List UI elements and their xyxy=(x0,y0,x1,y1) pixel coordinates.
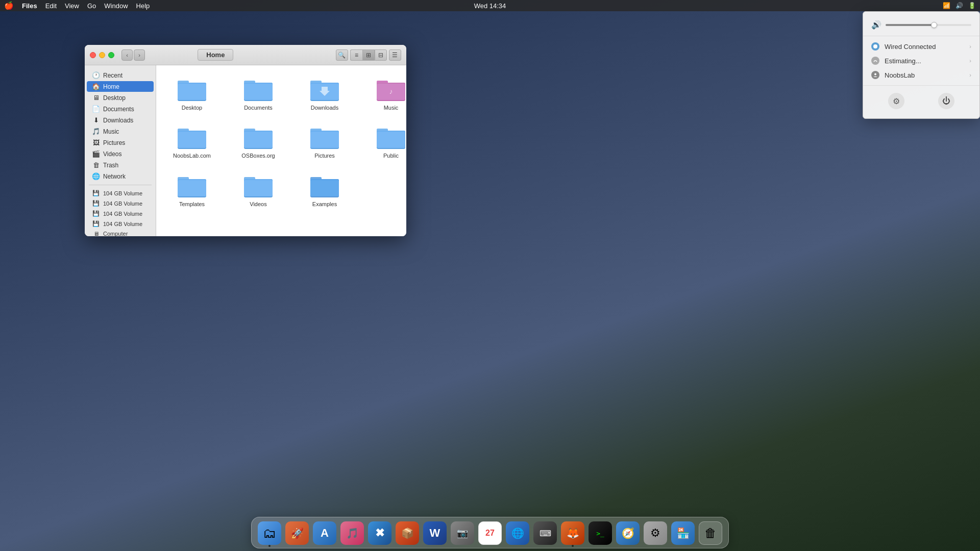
menu-item-wired[interactable]: Wired Connected › xyxy=(863,39,979,54)
dock-item-terminal[interactable]: >_ xyxy=(587,520,613,546)
volume-icon: 🔊 xyxy=(871,20,881,30)
trash-icon: 🗑 xyxy=(699,521,722,545)
apple-menu[interactable]: 🍎 xyxy=(4,1,14,10)
sidebar-item-documents[interactable]: 📄 Documents xyxy=(87,104,154,114)
close-button[interactable] xyxy=(90,52,96,58)
dock-item-itunes[interactable]: 🎵 xyxy=(339,520,365,546)
sidebar-item-vol1[interactable]: 💾 104 GB Volume xyxy=(87,188,154,198)
dock-item-typinator[interactable]: ⌨ xyxy=(532,520,558,546)
dock-item-parcels[interactable]: 📦 xyxy=(395,520,420,546)
wired-icon xyxy=(871,42,879,51)
file-item-documents[interactable]: Documents xyxy=(233,76,284,113)
documents-icon: 📄 xyxy=(92,105,100,113)
file-item-desktop[interactable]: Desktop xyxy=(166,76,217,113)
back-button[interactable]: ‹ xyxy=(121,49,133,61)
sidebar-item-music[interactable]: 🎵 Music xyxy=(87,126,154,137)
file-label: OSBoxes.org xyxy=(241,152,275,159)
sidebar-item-vol4[interactable]: 💾 104 GB Volume xyxy=(87,219,154,229)
menu-view[interactable]: View xyxy=(65,2,79,10)
calendar-icon: 27 xyxy=(478,521,502,545)
folder-icon-noobslab xyxy=(178,126,206,150)
menu-item-noobslab[interactable]: NoobsLab › xyxy=(863,68,979,82)
dock-item-calendar[interactable]: 27 xyxy=(477,520,503,546)
firefox-icon: 🦊 xyxy=(561,521,584,545)
file-item-noobslab[interactable]: NoobsLab.com xyxy=(166,123,217,161)
action-button[interactable]: ☰ xyxy=(389,49,401,61)
dock-item-word[interactable]: W xyxy=(422,520,448,546)
menu-edit[interactable]: Edit xyxy=(45,2,57,10)
svg-rect-3 xyxy=(178,84,206,100)
sidebar-item-label: Pictures xyxy=(103,139,125,146)
finder-icon: 🗂 xyxy=(258,521,281,545)
file-label: Examples xyxy=(312,201,337,208)
file-item-osboxes[interactable]: OSBoxes.org xyxy=(233,123,284,161)
dock-item-sysprefs[interactable]: ⚙ xyxy=(643,520,668,546)
app-name[interactable]: Files xyxy=(22,2,37,10)
arrange-button[interactable]: ⊟ xyxy=(375,49,387,61)
dock-item-finder[interactable]: 🗂 xyxy=(257,520,282,546)
trash-icon: 🗑 xyxy=(92,161,100,169)
sidebar-item-label: Desktop xyxy=(103,94,126,102)
vol2-icon: 💾 xyxy=(92,200,100,207)
computer-icon: 🖥 xyxy=(92,231,100,236)
estimating-label: Estimating... xyxy=(885,57,921,65)
list-view-button[interactable]: ≡ xyxy=(350,49,362,61)
dock-item-trash[interactable]: 🗑 xyxy=(698,520,723,546)
dock-item-store[interactable]: 🏪 xyxy=(670,520,696,546)
menubar-wifi-icon[interactable]: 📶 xyxy=(943,2,950,9)
sidebar-item-label: 104 GB Volume xyxy=(103,211,142,217)
menu-window[interactable]: Window xyxy=(104,2,128,10)
search-button[interactable]: 🔍 xyxy=(336,49,348,61)
file-item-public[interactable]: Public xyxy=(365,123,406,161)
file-item-music[interactable]: ♪ Music xyxy=(365,76,406,113)
forward-button[interactable]: › xyxy=(134,49,145,61)
file-label: NoobsLab.com xyxy=(173,152,211,159)
dock-item-safari[interactable]: 🧭 xyxy=(615,520,641,546)
folder-icon-pictures xyxy=(310,126,339,150)
file-item-pictures[interactable]: Pictures xyxy=(299,123,350,161)
sidebar-item-pictures[interactable]: 🖼 Pictures xyxy=(87,137,154,148)
dock-item-perian[interactable]: ✖ xyxy=(367,520,393,546)
sidebar-item-downloads[interactable]: ⬇ Downloads xyxy=(87,115,154,126)
sidebar-item-recent[interactable]: 🕐 Recent xyxy=(87,70,154,81)
folder-icon-osboxes xyxy=(244,126,273,150)
dock-item-photos[interactable]: 📷 xyxy=(450,520,475,546)
minimize-button[interactable] xyxy=(99,52,105,58)
grid-view-button[interactable]: ⊞ xyxy=(362,49,375,61)
menu-help[interactable]: Help xyxy=(136,2,150,10)
dock-item-ie[interactable]: 🌐 xyxy=(505,520,530,546)
svg-rect-29 xyxy=(310,132,339,148)
sidebar-item-computer[interactable]: 🖥 Computer xyxy=(87,229,154,236)
itunes-icon: 🎵 xyxy=(340,521,364,545)
dock-item-launchpad[interactable]: 🚀 xyxy=(284,520,310,546)
file-label: Downloads xyxy=(311,104,338,111)
dock-item-firefox[interactable]: 🦊 xyxy=(560,520,585,546)
volume-slider[interactable] xyxy=(886,24,971,26)
menubar-volume-icon[interactable]: 🔊 xyxy=(955,2,963,9)
file-item-templates[interactable]: Templates xyxy=(166,172,217,210)
sidebar-item-network[interactable]: 🌐 Network xyxy=(87,171,154,182)
wired-label: Wired Connected xyxy=(885,43,936,51)
vol3-icon: 💾 xyxy=(92,210,100,217)
finder-window: ‹ › Home 🔍 ≡ ⊞ ⊟ ☰ 🕐 Recent xyxy=(85,45,406,236)
launchpad-icon: 🚀 xyxy=(285,521,309,545)
file-item-downloads[interactable]: Downloads xyxy=(299,76,350,113)
sidebar-item-home[interactable]: 🏠 Home xyxy=(87,81,154,92)
menu-item-estimating[interactable]: Estimating... › xyxy=(863,54,979,68)
sidebar-item-desktop[interactable]: 🖥 Desktop xyxy=(87,92,154,103)
maximize-button[interactable] xyxy=(108,52,114,58)
sidebar-item-vol3[interactable]: 💾 104 GB Volume xyxy=(87,209,154,218)
sidebar-item-vol2[interactable]: 💾 104 GB Volume xyxy=(87,198,154,208)
estimating-icon xyxy=(871,57,879,65)
dock-item-appstore[interactable]: A xyxy=(312,520,337,546)
pictures-icon: 🖼 xyxy=(92,139,100,146)
svg-rect-21 xyxy=(178,132,206,148)
settings-button[interactable]: ⚙ xyxy=(888,93,904,109)
sidebar-item-trash[interactable]: 🗑 Trash xyxy=(87,160,154,170)
file-item-videos[interactable]: Videos xyxy=(233,172,284,210)
menu-go[interactable]: Go xyxy=(87,2,96,10)
file-item-examples[interactable]: Examples xyxy=(299,172,350,210)
sidebar-item-videos[interactable]: 🎬 Videos xyxy=(87,148,154,159)
menu-divider-2 xyxy=(863,85,979,86)
power-button[interactable]: ⏻ xyxy=(938,93,954,109)
